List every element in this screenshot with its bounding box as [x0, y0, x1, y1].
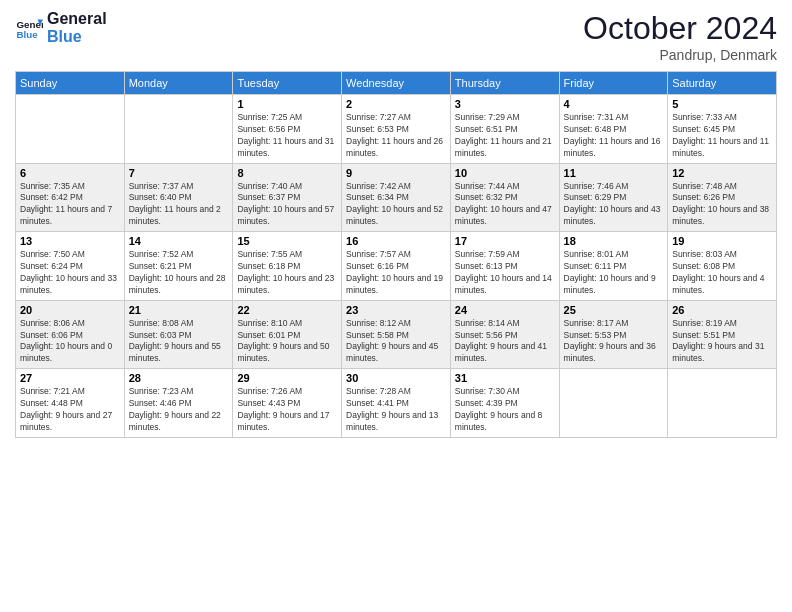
- calendar-cell: 11Sunrise: 7:46 AMSunset: 6:29 PMDayligh…: [559, 163, 668, 232]
- day-number: 24: [455, 304, 555, 316]
- calendar-week-row: 1Sunrise: 7:25 AMSunset: 6:56 PMDaylight…: [16, 95, 777, 164]
- day-info: Sunrise: 7:50 AMSunset: 6:24 PMDaylight:…: [20, 249, 120, 297]
- day-info: Sunrise: 7:42 AMSunset: 6:34 PMDaylight:…: [346, 181, 446, 229]
- calendar-page: General Blue General Blue October 2024 P…: [0, 0, 792, 612]
- logo-icon: General Blue: [15, 14, 43, 42]
- day-number: 31: [455, 372, 555, 384]
- svg-text:Blue: Blue: [16, 28, 38, 39]
- calendar-cell: [668, 369, 777, 438]
- calendar-cell: 3Sunrise: 7:29 AMSunset: 6:51 PMDaylight…: [450, 95, 559, 164]
- header: General Blue General Blue October 2024 P…: [15, 10, 777, 63]
- day-number: 13: [20, 235, 120, 247]
- day-number: 3: [455, 98, 555, 110]
- logo: General Blue General Blue: [15, 10, 107, 45]
- day-number: 29: [237, 372, 337, 384]
- title-area: October 2024 Pandrup, Denmark: [583, 10, 777, 63]
- logo-line2: Blue: [47, 28, 107, 46]
- day-number: 4: [564, 98, 664, 110]
- day-number: 16: [346, 235, 446, 247]
- day-number: 15: [237, 235, 337, 247]
- calendar-cell: 24Sunrise: 8:14 AMSunset: 5:56 PMDayligh…: [450, 300, 559, 369]
- calendar-cell: 10Sunrise: 7:44 AMSunset: 6:32 PMDayligh…: [450, 163, 559, 232]
- calendar-cell: 30Sunrise: 7:28 AMSunset: 4:41 PMDayligh…: [342, 369, 451, 438]
- day-info: Sunrise: 7:55 AMSunset: 6:18 PMDaylight:…: [237, 249, 337, 297]
- calendar-cell: 15Sunrise: 7:55 AMSunset: 6:18 PMDayligh…: [233, 232, 342, 301]
- calendar-cell: 22Sunrise: 8:10 AMSunset: 6:01 PMDayligh…: [233, 300, 342, 369]
- day-number: 10: [455, 167, 555, 179]
- calendar-cell: 18Sunrise: 8:01 AMSunset: 6:11 PMDayligh…: [559, 232, 668, 301]
- day-info: Sunrise: 8:12 AMSunset: 5:58 PMDaylight:…: [346, 318, 446, 366]
- day-info: Sunrise: 7:37 AMSunset: 6:40 PMDaylight:…: [129, 181, 229, 229]
- day-info: Sunrise: 7:35 AMSunset: 6:42 PMDaylight:…: [20, 181, 120, 229]
- calendar-cell: 26Sunrise: 8:19 AMSunset: 5:51 PMDayligh…: [668, 300, 777, 369]
- day-number: 27: [20, 372, 120, 384]
- calendar-week-row: 27Sunrise: 7:21 AMSunset: 4:48 PMDayligh…: [16, 369, 777, 438]
- day-number: 19: [672, 235, 772, 247]
- calendar-cell: 29Sunrise: 7:26 AMSunset: 4:43 PMDayligh…: [233, 369, 342, 438]
- day-info: Sunrise: 7:40 AMSunset: 6:37 PMDaylight:…: [237, 181, 337, 229]
- day-info: Sunrise: 7:46 AMSunset: 6:29 PMDaylight:…: [564, 181, 664, 229]
- day-info: Sunrise: 8:17 AMSunset: 5:53 PMDaylight:…: [564, 318, 664, 366]
- day-number: 8: [237, 167, 337, 179]
- calendar-cell: 9Sunrise: 7:42 AMSunset: 6:34 PMDaylight…: [342, 163, 451, 232]
- calendar-week-row: 6Sunrise: 7:35 AMSunset: 6:42 PMDaylight…: [16, 163, 777, 232]
- calendar-cell: [124, 95, 233, 164]
- logo-text-block: General Blue: [47, 10, 107, 45]
- month-title: October 2024: [583, 10, 777, 47]
- day-number: 7: [129, 167, 229, 179]
- calendar-cell: 16Sunrise: 7:57 AMSunset: 6:16 PMDayligh…: [342, 232, 451, 301]
- calendar-table: SundayMondayTuesdayWednesdayThursdayFrid…: [15, 71, 777, 438]
- day-number: 28: [129, 372, 229, 384]
- day-info: Sunrise: 7:21 AMSunset: 4:48 PMDaylight:…: [20, 386, 120, 434]
- calendar-cell: 19Sunrise: 8:03 AMSunset: 6:08 PMDayligh…: [668, 232, 777, 301]
- weekday-header: Friday: [559, 72, 668, 95]
- calendar-cell: 6Sunrise: 7:35 AMSunset: 6:42 PMDaylight…: [16, 163, 125, 232]
- location: Pandrup, Denmark: [583, 47, 777, 63]
- day-info: Sunrise: 7:30 AMSunset: 4:39 PMDaylight:…: [455, 386, 555, 434]
- day-info: Sunrise: 8:06 AMSunset: 6:06 PMDaylight:…: [20, 318, 120, 366]
- calendar-cell: 14Sunrise: 7:52 AMSunset: 6:21 PMDayligh…: [124, 232, 233, 301]
- day-info: Sunrise: 8:10 AMSunset: 6:01 PMDaylight:…: [237, 318, 337, 366]
- weekday-header: Saturday: [668, 72, 777, 95]
- day-info: Sunrise: 7:59 AMSunset: 6:13 PMDaylight:…: [455, 249, 555, 297]
- day-number: 12: [672, 167, 772, 179]
- day-info: Sunrise: 7:57 AMSunset: 6:16 PMDaylight:…: [346, 249, 446, 297]
- calendar-cell: [559, 369, 668, 438]
- day-number: 21: [129, 304, 229, 316]
- day-number: 5: [672, 98, 772, 110]
- calendar-cell: 2Sunrise: 7:27 AMSunset: 6:53 PMDaylight…: [342, 95, 451, 164]
- day-info: Sunrise: 7:29 AMSunset: 6:51 PMDaylight:…: [455, 112, 555, 160]
- calendar-cell: 23Sunrise: 8:12 AMSunset: 5:58 PMDayligh…: [342, 300, 451, 369]
- calendar-cell: 4Sunrise: 7:31 AMSunset: 6:48 PMDaylight…: [559, 95, 668, 164]
- day-number: 26: [672, 304, 772, 316]
- calendar-cell: 27Sunrise: 7:21 AMSunset: 4:48 PMDayligh…: [16, 369, 125, 438]
- day-info: Sunrise: 7:26 AMSunset: 4:43 PMDaylight:…: [237, 386, 337, 434]
- day-number: 9: [346, 167, 446, 179]
- calendar-cell: 1Sunrise: 7:25 AMSunset: 6:56 PMDaylight…: [233, 95, 342, 164]
- weekday-header: Thursday: [450, 72, 559, 95]
- day-number: 17: [455, 235, 555, 247]
- day-info: Sunrise: 7:25 AMSunset: 6:56 PMDaylight:…: [237, 112, 337, 160]
- day-number: 14: [129, 235, 229, 247]
- calendar-cell: 25Sunrise: 8:17 AMSunset: 5:53 PMDayligh…: [559, 300, 668, 369]
- day-info: Sunrise: 8:03 AMSunset: 6:08 PMDaylight:…: [672, 249, 772, 297]
- day-number: 11: [564, 167, 664, 179]
- calendar-cell: 5Sunrise: 7:33 AMSunset: 6:45 PMDaylight…: [668, 95, 777, 164]
- calendar-week-row: 20Sunrise: 8:06 AMSunset: 6:06 PMDayligh…: [16, 300, 777, 369]
- day-number: 22: [237, 304, 337, 316]
- day-info: Sunrise: 7:52 AMSunset: 6:21 PMDaylight:…: [129, 249, 229, 297]
- calendar-cell: 20Sunrise: 8:06 AMSunset: 6:06 PMDayligh…: [16, 300, 125, 369]
- calendar-cell: 28Sunrise: 7:23 AMSunset: 4:46 PMDayligh…: [124, 369, 233, 438]
- day-info: Sunrise: 7:48 AMSunset: 6:26 PMDaylight:…: [672, 181, 772, 229]
- day-number: 18: [564, 235, 664, 247]
- calendar-cell: 21Sunrise: 8:08 AMSunset: 6:03 PMDayligh…: [124, 300, 233, 369]
- weekday-header: Tuesday: [233, 72, 342, 95]
- day-number: 30: [346, 372, 446, 384]
- day-number: 20: [20, 304, 120, 316]
- day-number: 1: [237, 98, 337, 110]
- day-info: Sunrise: 7:27 AMSunset: 6:53 PMDaylight:…: [346, 112, 446, 160]
- calendar-cell: 13Sunrise: 7:50 AMSunset: 6:24 PMDayligh…: [16, 232, 125, 301]
- day-number: 2: [346, 98, 446, 110]
- weekday-header: Sunday: [16, 72, 125, 95]
- day-number: 23: [346, 304, 446, 316]
